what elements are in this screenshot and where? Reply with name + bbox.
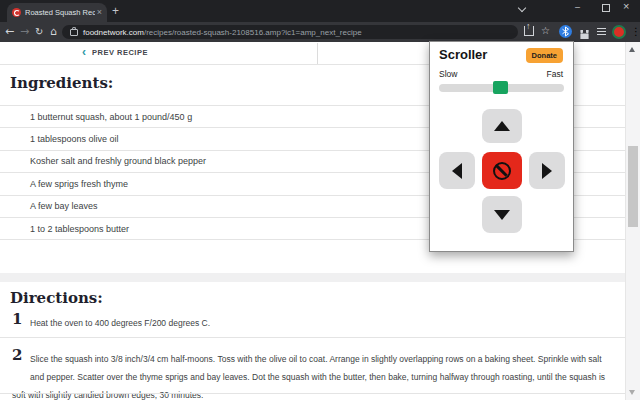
url-path: /recipes/roasted-squash-2108516.amp?ic1=… — [144, 28, 362, 37]
scroller-extension-popup: Scroller Donate Slow Fast — [429, 41, 574, 252]
profile-avatar[interactable] — [612, 25, 626, 39]
stop-scroll-button[interactable] — [482, 152, 522, 189]
foodnetwork-favicon-icon — [12, 8, 21, 17]
browser-tab[interactable]: Roasted Squash Recipe | Food Ne × — [7, 3, 107, 22]
page-scrollbar[interactable] — [625, 42, 640, 400]
scroll-down-button[interactable] — [482, 196, 522, 233]
new-tab-button[interactable]: + — [112, 4, 119, 18]
arrow-left-icon — [452, 163, 462, 179]
prev-chevron-icon: ‹ — [82, 47, 86, 57]
menu-dots-icon[interactable]: ⋮ — [631, 25, 640, 38]
scroller-extension-icon[interactable] — [559, 25, 572, 38]
forward-icon[interactable]: → — [20, 26, 29, 37]
fast-label: Fast — [546, 69, 563, 79]
scroll-left-button[interactable] — [439, 152, 475, 189]
scroll-right-button[interactable] — [529, 152, 565, 189]
popup-title: Scroller — [439, 47, 487, 62]
step-number: 2 — [12, 348, 30, 375]
step-number: 1 — [12, 312, 30, 339]
window-close-button[interactable]: × — [623, 2, 629, 11]
reading-list-icon[interactable] — [597, 28, 606, 35]
arrow-down-icon — [494, 210, 510, 220]
scrollbar-thumb[interactable] — [628, 146, 638, 227]
tab-title: Roasted Squash Recipe | Food Ne — [25, 8, 95, 17]
arrow-right-icon — [542, 163, 552, 179]
window-minimize-button[interactable]: – — [575, 3, 580, 12]
ingredients-heading: Ingredients: — [10, 74, 113, 92]
window-maximize-button[interactable] — [602, 4, 610, 12]
directions-heading: Directions: — [10, 289, 103, 307]
bluetooth-glyph-icon — [561, 26, 570, 37]
url-domain: foodnetwork.com — [83, 28, 144, 37]
scrollbar-up-arrow-icon[interactable] — [629, 47, 635, 52]
speed-slider-handle[interactable] — [493, 81, 508, 94]
section-separator-band — [0, 273, 640, 282]
step-divider — [0, 393, 640, 394]
tab-close-icon[interactable]: × — [97, 8, 102, 17]
step-text: Heat the oven to 400 degrees F/200 degre… — [30, 318, 210, 328]
browser-window: Roasted Squash Recipe | Food Ne × + – × … — [0, 0, 640, 400]
header-divider — [317, 43, 318, 64]
direction-step: 1 Heat the oven to 400 degrees F/200 deg… — [12, 312, 612, 339]
bookmark-star-icon[interactable]: ☆ — [541, 25, 550, 37]
back-icon[interactable]: ← — [5, 26, 14, 37]
prev-recipe-link[interactable]: ‹ PREV RECIPE — [82, 47, 148, 57]
scrollbar-down-arrow-icon[interactable] — [629, 390, 635, 395]
stop-prohibition-icon — [493, 162, 511, 180]
tab-bar: Roasted Squash Recipe | Food Ne × + – × — [0, 0, 640, 22]
home-icon[interactable]: ⌂ — [50, 26, 57, 37]
lock-icon — [70, 29, 78, 36]
scroll-up-button[interactable] — [482, 109, 522, 143]
share-icon[interactable] — [524, 26, 534, 36]
slow-label: Slow — [439, 69, 457, 79]
reload-icon[interactable]: ↻ — [35, 26, 43, 37]
address-bar[interactable]: foodnetwork.com /recipes/roasted-squash-… — [62, 25, 518, 39]
donate-button[interactable]: Donate — [526, 48, 563, 63]
window-chevron-down-icon[interactable] — [518, 4, 526, 12]
arrow-up-icon — [494, 121, 510, 131]
step-divider — [0, 337, 640, 338]
prev-recipe-label: PREV RECIPE — [92, 48, 148, 57]
